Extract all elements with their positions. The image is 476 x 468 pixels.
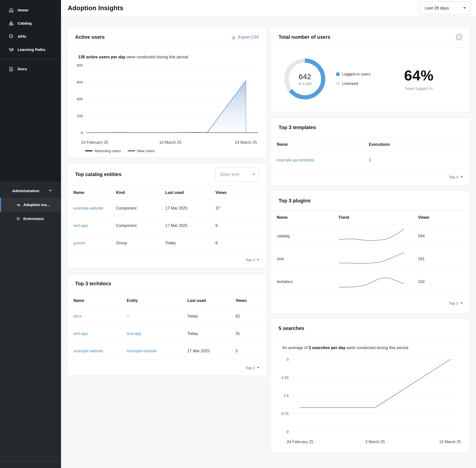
download-icon bbox=[231, 35, 236, 39]
sidebar-item-extensions[interactable]: Extensions bbox=[0, 212, 61, 226]
svg-text:0: 0 bbox=[286, 430, 288, 434]
top3-dropdown[interactable]: Top 3 bbox=[67, 252, 266, 268]
plugins-table: Name Trend Views catalog 344 root bbox=[271, 211, 470, 293]
sidebar-item-docs[interactable]: Docs bbox=[0, 62, 61, 75]
entity-link[interactable]: example-website bbox=[127, 342, 187, 360]
right-column: Total number of users 642 of 1,000 Logge… bbox=[270, 27, 470, 453]
donut-center-label: 642 of 1,000 bbox=[282, 56, 328, 102]
sidebar: Home Catalog APIs Learning Paths Docs A bbox=[0, 0, 61, 468]
legend-item-new: New users bbox=[128, 149, 155, 153]
adoption-insights-icon bbox=[16, 203, 21, 207]
card-title: Total number of users bbox=[279, 34, 330, 40]
docs-icon bbox=[8, 66, 14, 72]
sidebar-item-learning-paths[interactable]: Learning Paths bbox=[0, 43, 61, 56]
svg-text:0: 0 bbox=[81, 131, 83, 135]
table-header-row: Name Executions bbox=[271, 138, 470, 151]
plug-icon bbox=[16, 216, 21, 221]
sidebar-item-label: Home bbox=[18, 8, 28, 12]
top-templates-card: Top 3 templates Name Executions example-… bbox=[270, 117, 470, 185]
entity-link[interactable]: guests bbox=[67, 234, 116, 252]
searches-summary: An average of 2 searches per day were co… bbox=[277, 344, 461, 354]
svg-text:400: 400 bbox=[77, 97, 83, 101]
card-title: Top 3 plugins bbox=[279, 198, 311, 204]
top3-dropdown[interactable]: Top 3 bbox=[271, 293, 470, 313]
active-users-summary: 130 active users per day were conducted … bbox=[67, 48, 266, 61]
searches-card: 5 searches An average of 2 searches per … bbox=[270, 319, 470, 453]
entity-link[interactable]: example-website bbox=[67, 200, 116, 217]
template-link[interactable]: example-go-template bbox=[271, 151, 369, 169]
techdocs-table: Name Entity Last used Views docs -- Toda… bbox=[67, 294, 266, 360]
legend-item-returning: Returning users bbox=[85, 149, 121, 153]
chevron-down-icon bbox=[463, 7, 466, 9]
svg-text:24 February 25: 24 February 25 bbox=[287, 440, 314, 444]
sidebar-item-label: Learning Paths bbox=[18, 47, 45, 52]
table-header-row: Name Kind Last used Views bbox=[67, 186, 266, 200]
table-header-row: Name Entity Last used Views bbox=[67, 294, 266, 308]
svg-text:1.5: 1.5 bbox=[284, 394, 289, 397]
svg-text:24 March 25: 24 March 25 bbox=[235, 140, 257, 144]
donut-legend: Logged-in users Licensed bbox=[336, 72, 371, 86]
card-title: Top catalog entities bbox=[75, 172, 121, 177]
active-users-legend: Returning users New users bbox=[67, 147, 266, 157]
techdoc-link[interactable]: test-app bbox=[67, 325, 127, 342]
table-row: root 181 bbox=[271, 248, 470, 270]
home-icon bbox=[8, 7, 14, 13]
svg-text:10 March 25: 10 March 25 bbox=[159, 140, 182, 144]
period-select[interactable]: Last 28 days bbox=[420, 1, 471, 15]
svg-text:3 March 25: 3 March 25 bbox=[365, 440, 385, 444]
period-select-value: Last 28 days bbox=[425, 6, 449, 11]
apis-icon bbox=[8, 34, 14, 39]
sidebar-item-catalog[interactable]: Catalog bbox=[0, 17, 61, 30]
table-row: docs -- Today 62 bbox=[67, 308, 266, 325]
info-icon[interactable] bbox=[456, 34, 462, 40]
svg-text:800: 800 bbox=[77, 63, 83, 67]
trend-sparkline bbox=[338, 249, 418, 269]
active-users-chart: 020040060080024 February 2510 March 2524… bbox=[67, 61, 266, 147]
logged-in-swatch bbox=[336, 72, 340, 76]
sidebar-item-apis[interactable]: APIs bbox=[0, 30, 61, 43]
returning-users-swatch bbox=[85, 150, 93, 151]
card-title: 5 searches bbox=[279, 325, 304, 331]
svg-text:3: 3 bbox=[286, 358, 288, 361]
licensed-swatch bbox=[336, 82, 340, 85]
techdoc-link[interactable]: example-website bbox=[67, 342, 127, 360]
table-row: test-app Component 17 Mar 2025 9 bbox=[67, 217, 266, 234]
page-header: Adoption Insights Last 28 days bbox=[61, 0, 476, 16]
top3-dropdown[interactable]: Top 3 bbox=[271, 169, 470, 185]
top-techdocs-card: Top 3 techdocs Name Entity Last used Vie… bbox=[67, 274, 267, 376]
sidebar-item-label: Administration bbox=[12, 189, 39, 193]
catalog-entities-table: Name Kind Last used Views example-websit… bbox=[67, 186, 266, 252]
legend-item-logged-in: Logged-in users bbox=[336, 72, 371, 76]
sidebar-item-label: Docs bbox=[18, 67, 27, 71]
sidebar-item-adoption-insights[interactable]: Adoption Ins... bbox=[0, 198, 61, 212]
templates-table: Name Executions example-go-template 1 bbox=[271, 138, 470, 169]
table-row: catalog 344 bbox=[271, 225, 470, 248]
table-row: guests Group Today 8 bbox=[67, 234, 266, 252]
sidebar-footer bbox=[0, 462, 61, 468]
chevron-down-icon bbox=[460, 302, 463, 304]
techdoc-link[interactable]: docs bbox=[67, 308, 127, 325]
sidebar-divider bbox=[0, 59, 61, 59]
export-csv-button[interactable]: Export CSV bbox=[231, 35, 259, 39]
page-title: Adoption Insights bbox=[68, 4, 123, 12]
top3-dropdown[interactable]: Top 3 bbox=[67, 360, 266, 376]
table-row: techdocs 102 bbox=[271, 270, 470, 293]
chevron-down-icon bbox=[48, 188, 52, 193]
sidebar-item-label: Extensions bbox=[23, 216, 44, 221]
sidebar-item-home[interactable]: Home bbox=[0, 3, 61, 17]
legend-item-licensed: Licensed bbox=[336, 81, 371, 86]
sidebar-item-label: Adoption Ins... bbox=[23, 203, 50, 207]
entity-link[interactable]: test-app bbox=[127, 325, 187, 342]
dashboard-content: Active users Export CSV 130 active users… bbox=[61, 16, 476, 464]
searches-chart: 00.751.52.25324 February 253 March 2510 … bbox=[277, 354, 461, 447]
entity-link[interactable]: test-app bbox=[67, 217, 116, 234]
active-users-card: Active users Export CSV 130 active users… bbox=[67, 27, 267, 158]
svg-text:600: 600 bbox=[77, 80, 83, 84]
table-row: example-website example-website 17 Mar 2… bbox=[67, 342, 266, 360]
trend-sparkline bbox=[338, 272, 418, 291]
main-area: Adoption Insights Last 28 days Active us… bbox=[61, 0, 476, 464]
svg-text:200: 200 bbox=[77, 114, 83, 118]
sidebar-item-administration[interactable]: Administration bbox=[0, 184, 61, 198]
learning-paths-icon bbox=[8, 47, 14, 52]
select-kind-dropdown[interactable]: Select kind bbox=[215, 168, 259, 181]
